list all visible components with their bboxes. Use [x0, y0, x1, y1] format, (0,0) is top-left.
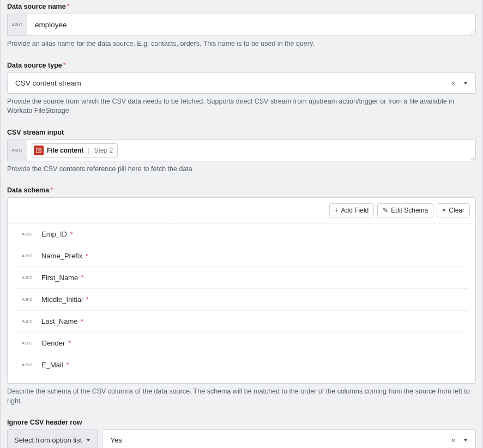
field-csv-stream-input: CSV stream input ABC File content | Step… [7, 126, 476, 174]
option-list-label: Select from option list [14, 436, 82, 444]
schema-field-row[interactable]: ABC Last_Name * [15, 311, 468, 332]
close-icon: × [442, 207, 446, 214]
pill-separator: | [88, 147, 89, 154]
pill-main-label: File content [47, 147, 83, 154]
required-asterisk: * [83, 252, 88, 260]
required-asterisk: * [50, 186, 53, 194]
required-asterisk: * [79, 317, 83, 325]
schema-field-name: Emp_ID [41, 230, 67, 238]
data-schema-label: Data schema [7, 186, 49, 194]
csv-stream-input-help: Provide the CSV contents reference pill … [7, 165, 476, 174]
plus-icon: + [335, 207, 339, 214]
data-source-type-help: Provide the source from which the CSV da… [7, 97, 476, 116]
schema-field-name: Name_Prefix [41, 252, 82, 260]
required-asterisk: * [66, 339, 71, 347]
file-content-pill[interactable]: File content | Step 2 [32, 143, 118, 158]
abc-type-indicator: ABC [21, 253, 34, 258]
abc-type-indicator: ABC [7, 14, 27, 36]
schema-field-row[interactable]: ABC Gender * [15, 332, 468, 354]
schema-field-name: First_Name [41, 274, 78, 282]
file-pill-icon [34, 146, 44, 155]
clear-schema-button[interactable]: ×Clear [437, 203, 470, 217]
required-asterisk: * [68, 230, 73, 238]
abc-type-indicator: ABC [21, 275, 34, 280]
chevron-down-icon [86, 439, 90, 441]
field-ignore-header: Ignore CSV header row Select from option… [7, 416, 476, 448]
schema-field-row[interactable]: ABC Emp_ID * [15, 223, 468, 245]
required-asterisk: * [64, 361, 69, 369]
required-asterisk: * [67, 2, 70, 10]
ignore-header-dropdown[interactable]: Yes × [102, 429, 476, 448]
schema-field-row[interactable]: ABC Name_Prefix * [15, 245, 468, 267]
abc-type-indicator: ABC [7, 140, 27, 161]
data-source-type-value: CSV content stream [15, 79, 81, 87]
csv-stream-input-label: CSV stream input [7, 129, 64, 136]
schema-field-list: ABC Emp_ID * ABC Name_Prefix * ABC First… [8, 223, 475, 383]
clear-icon[interactable]: × [451, 436, 456, 444]
ignore-header-label: Ignore CSV header row [7, 419, 82, 426]
schema-field-row[interactable]: ABC E_Mail * [15, 354, 468, 376]
data-source-name-help: Provide an alias name for the data sourc… [7, 39, 476, 49]
data-source-name-input[interactable]: employee [27, 14, 476, 36]
pencil-icon: ✎ [383, 207, 388, 214]
required-asterisk: * [79, 274, 84, 282]
ignore-header-value: Yes [110, 436, 122, 444]
clear-schema-label: Clear [449, 207, 464, 214]
abc-type-indicator: ABC [21, 297, 34, 302]
add-field-button[interactable]: +Add Field [329, 203, 375, 217]
svg-rect-0 [37, 148, 41, 153]
schema-field-name: Last_Name [41, 317, 77, 325]
abc-type-indicator: ABC [21, 232, 34, 237]
pill-step-label: Step 2 [94, 147, 113, 154]
data-source-type-label: Data source type [7, 62, 62, 69]
schema-field-row[interactable]: ABC First_Name * [15, 267, 468, 289]
clear-icon[interactable]: × [451, 79, 456, 87]
schema-field-row[interactable]: ABC Middle_Initial * [15, 289, 468, 311]
schema-box: +Add Field ✎Edit Schema ×Clear ABC Emp_I… [7, 197, 476, 384]
required-asterisk: * [84, 295, 89, 304]
add-field-label: Add Field [341, 207, 369, 214]
abc-type-indicator: ABC [21, 341, 34, 346]
schema-field-name: Gender [41, 339, 65, 347]
data-source-name-label: Data source name [7, 3, 66, 10]
data-schema-help: Describe the schema of the CSV columns o… [7, 387, 476, 406]
field-data-source-name: Data source name* ABC employee Provide a… [7, 0, 476, 49]
field-data-source-type: Data source type* CSV content stream × P… [7, 59, 476, 116]
data-source-type-dropdown[interactable]: CSV content stream × [7, 72, 476, 94]
edit-schema-button[interactable]: ✎Edit Schema [377, 203, 433, 217]
abc-type-indicator: ABC [21, 319, 34, 324]
schema-field-name: Middle_Initial [41, 295, 83, 304]
schema-toolbar: +Add Field ✎Edit Schema ×Clear [8, 198, 475, 223]
edit-schema-label: Edit Schema [391, 207, 428, 214]
chevron-down-icon[interactable] [463, 439, 468, 441]
field-data-schema: Data schema* +Add Field ✎Edit Schema ×Cl… [7, 184, 476, 406]
csv-stream-input-field[interactable]: File content | Step 2 [27, 140, 476, 161]
option-list-picker[interactable]: Select from option list [7, 429, 98, 448]
chevron-down-icon[interactable] [463, 82, 468, 84]
schema-field-name: E_Mail [41, 361, 63, 369]
required-asterisk: * [63, 61, 66, 69]
abc-type-indicator: ABC [21, 362, 34, 367]
